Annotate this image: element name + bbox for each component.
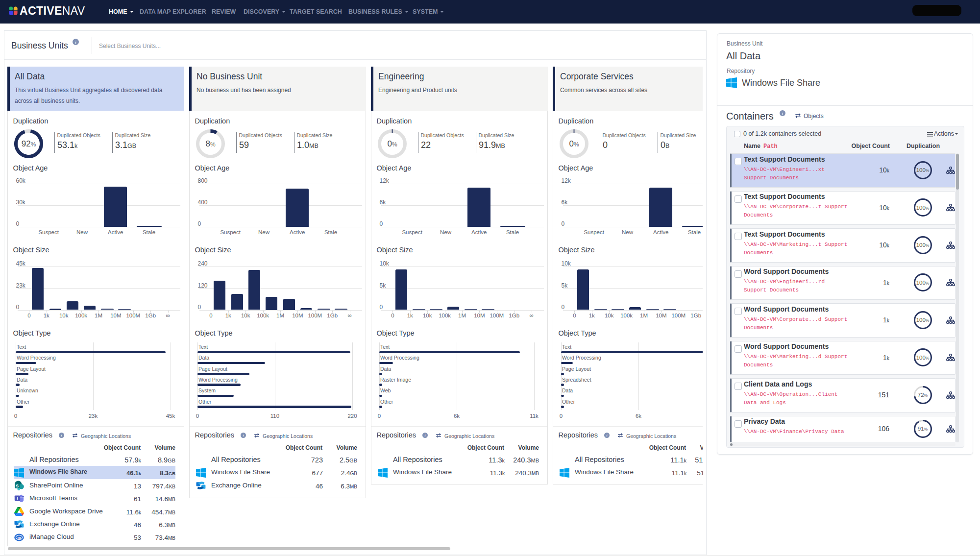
svg-text:S: S <box>16 484 19 488</box>
svg-text:T: T <box>16 496 19 501</box>
svg-text:m: m <box>17 535 21 540</box>
